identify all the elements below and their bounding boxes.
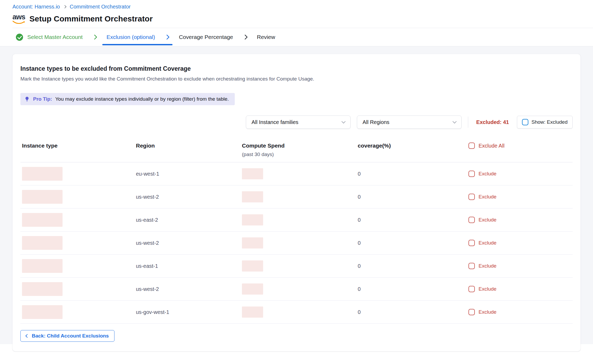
panel-title: Instance types to be excluded from Commi… xyxy=(20,65,573,72)
exclude-cell: Exclude xyxy=(446,263,573,269)
page-title: Setup Commitment Orchestrator xyxy=(29,14,153,23)
show-excluded-toggle[interactable]: Show: Excluded xyxy=(517,116,573,128)
col-header-region: Region xyxy=(118,143,238,149)
pro-tip-text: You may exclude instance types individua… xyxy=(55,96,229,102)
compute-spend-cell xyxy=(238,260,350,272)
regions-value: All Regions xyxy=(362,119,389,125)
exclude-label: Exclude xyxy=(479,194,497,200)
breadcrumb-chevron-icon xyxy=(63,5,67,8)
region-cell: us-east-2 xyxy=(118,217,238,223)
breadcrumb: Account: Harness.io Commitment Orchestra… xyxy=(12,4,593,10)
check-circle-icon xyxy=(16,34,23,41)
coverage-cell: 0 xyxy=(350,171,446,177)
breadcrumb-account-link[interactable]: Account: Harness.io xyxy=(12,4,60,10)
breadcrumb-page-link[interactable]: Commitment Orchestrator xyxy=(70,4,131,10)
table-row: us-west-2 0 Exclude xyxy=(20,232,573,255)
instance-families-value: All Instance families xyxy=(251,119,298,125)
redacted-instance-type-block xyxy=(22,190,63,204)
redacted-spend-block xyxy=(242,307,263,318)
step-select-master-account[interactable]: Select Master Account xyxy=(16,34,83,41)
region-cell: us-west-2 xyxy=(118,194,238,200)
exclude-label: Exclude xyxy=(479,171,497,177)
redacted-spend-block xyxy=(242,260,263,272)
col-header-compute-spend: Compute Spend (past 30 days) xyxy=(238,143,350,157)
step-chevron-icon xyxy=(92,34,97,40)
instance-type-cell xyxy=(20,282,118,296)
exclude-label: Exclude xyxy=(479,240,497,246)
active-step-group: Exclusion (optional) xyxy=(107,28,169,46)
exclude-cell: Exclude xyxy=(446,171,573,177)
exclude-cell: Exclude xyxy=(446,240,573,246)
step-label: Exclusion (optional) xyxy=(107,34,155,40)
chevron-down-icon xyxy=(342,119,346,124)
exclusion-table: Instance type Region Compute Spend (past… xyxy=(20,137,573,324)
table-row: us-west-2 0 Exclude xyxy=(20,185,573,208)
chevron-left-icon xyxy=(25,334,29,338)
col-header-exclude-all: Exclude All xyxy=(446,143,573,149)
compute-spend-cell xyxy=(238,214,350,225)
exclude-cell: Exclude xyxy=(446,286,573,292)
col-header-coverage: coverage(%) xyxy=(350,143,446,149)
instance-type-cell xyxy=(20,213,118,227)
region-cell: us-west-2 xyxy=(118,240,238,246)
redacted-instance-type-block xyxy=(22,167,63,181)
exclude-all-checkbox[interactable] xyxy=(468,143,475,149)
exclude-checkbox[interactable] xyxy=(468,240,475,246)
pro-tip-label: Pro Tip: xyxy=(33,96,52,102)
exclude-checkbox[interactable] xyxy=(468,217,475,223)
coverage-cell: 0 xyxy=(350,263,446,269)
regions-select[interactable]: All Regions xyxy=(357,116,462,129)
pro-tip-banner: Pro Tip: You may exclude instance types … xyxy=(20,93,235,105)
compute-spend-cell xyxy=(238,191,350,202)
exclude-all-label: Exclude All xyxy=(479,143,505,149)
exclude-label: Exclude xyxy=(479,286,497,292)
filter-row: All Instance families All Regions Exclud… xyxy=(20,116,573,129)
step-label: Review xyxy=(257,34,275,40)
col-header-instance-type: Instance type xyxy=(20,143,118,149)
exclude-cell: Exclude xyxy=(446,194,573,200)
exclude-checkbox[interactable] xyxy=(468,309,475,315)
instance-type-cell xyxy=(20,167,118,181)
panel-subtitle: Mark the Instance types you would like t… xyxy=(20,76,573,82)
coverage-cell: 0 xyxy=(350,217,446,223)
compute-spend-sublabel: (past 30 days) xyxy=(242,152,350,157)
table-body: eu-west-1 0 Exclude us-west-2 xyxy=(20,162,573,324)
exclude-label: Exclude xyxy=(479,309,497,315)
instance-type-cell xyxy=(20,236,118,250)
step-chevron-icon xyxy=(242,34,248,40)
title-row: aws Setup Commitment Orchestrator xyxy=(12,14,593,28)
coverage-cell: 0 xyxy=(350,240,446,246)
table-row: us-east-2 0 Exclude xyxy=(20,208,573,232)
chevron-down-icon xyxy=(453,119,457,124)
redacted-spend-block xyxy=(242,168,263,179)
coverage-cell: 0 xyxy=(350,286,446,292)
redacted-instance-type-block xyxy=(22,282,63,296)
exclude-checkbox[interactable] xyxy=(468,286,475,292)
table-row: eu-west-1 0 Exclude xyxy=(20,162,573,185)
step-label: Coverage Percentage xyxy=(179,34,233,40)
exclude-checkbox[interactable] xyxy=(468,194,475,200)
show-excluded-checkbox[interactable] xyxy=(522,119,528,125)
page-header: Account: Harness.io Commitment Orchestra… xyxy=(0,0,593,28)
step-exclusion[interactable]: Exclusion (optional) xyxy=(107,34,155,40)
instance-type-cell xyxy=(20,305,118,319)
compute-spend-label: Compute Spend xyxy=(242,143,350,149)
redacted-instance-type-block xyxy=(22,236,63,250)
instance-families-select[interactable]: All Instance families xyxy=(246,116,351,129)
coverage-cell: 0 xyxy=(350,309,446,315)
exclude-checkbox[interactable] xyxy=(468,263,475,269)
exclude-cell: Exclude xyxy=(446,309,573,315)
exclude-label: Exclude xyxy=(479,263,497,269)
back-button[interactable]: Back: Child Account Exclusions xyxy=(20,330,114,342)
step-coverage-percentage[interactable]: Coverage Percentage xyxy=(179,34,233,40)
exclude-checkbox[interactable] xyxy=(468,171,475,177)
table-row: us-east-1 0 Exclude xyxy=(20,255,573,278)
aws-smile-icon xyxy=(12,21,25,24)
redacted-instance-type-block xyxy=(22,213,63,227)
region-cell: us-gov-west-1 xyxy=(118,309,238,315)
coverage-cell: 0 xyxy=(350,194,446,200)
step-review[interactable]: Review xyxy=(257,34,275,40)
redacted-instance-type-block xyxy=(22,305,63,319)
compute-spend-cell xyxy=(238,307,350,318)
instance-type-cell xyxy=(20,190,118,204)
